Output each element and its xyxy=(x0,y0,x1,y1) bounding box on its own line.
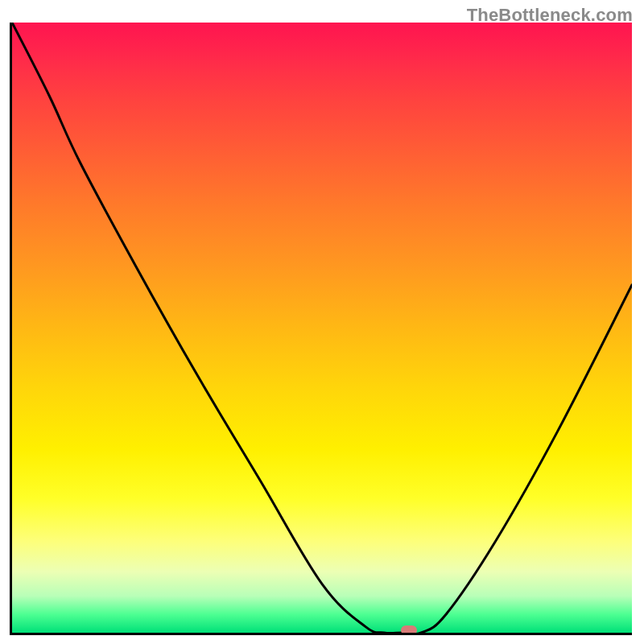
x-axis-line xyxy=(10,633,632,635)
plot-area xyxy=(12,23,632,633)
y-axis-line xyxy=(10,23,12,633)
watermark-text: TheBottleneck.com xyxy=(467,5,633,26)
axes xyxy=(12,23,632,633)
chart-container: TheBottleneck.com xyxy=(0,0,644,644)
